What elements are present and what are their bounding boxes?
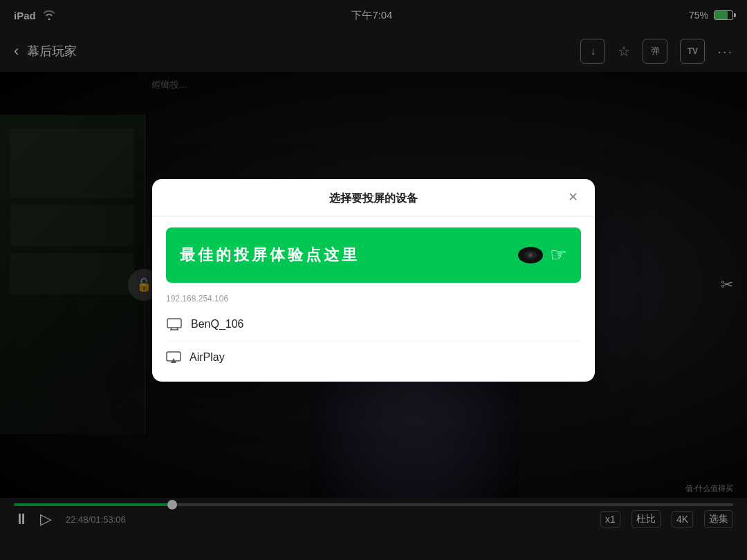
device-name-airplay: AirPlay: [190, 351, 225, 364]
modal-close-button[interactable]: ✕: [563, 187, 582, 207]
svg-rect-2: [167, 319, 181, 328]
modal-title: 选择要投屏的设备: [329, 192, 418, 206]
banner-cursor-icon: ☞: [550, 243, 567, 266]
modal-box: 选择要投屏的设备 ✕ 最佳的投屏体验点这里 ☞ 192.168.254.106: [152, 179, 595, 382]
monitor-icon: [166, 316, 183, 333]
device-ip-label: 192.168.254.106: [166, 294, 581, 304]
device-dot-icon: [524, 250, 537, 260]
device-item-benq[interactable]: BenQ_106: [166, 308, 581, 342]
banner-icons: ☞: [518, 243, 567, 266]
banner-device-icon: [518, 247, 543, 263]
modal-overlay[interactable]: 选择要投屏的设备 ✕ 最佳的投屏体验点这里 ☞ 192.168.254.106: [0, 0, 747, 560]
banner-text: 最佳的投屏体验点这里: [180, 245, 360, 265]
device-item-airplay[interactable]: AirPlay: [166, 342, 581, 376]
modal-header: 选择要投屏的设备 ✕: [152, 179, 595, 216]
device-section: 192.168.254.106 BenQ_106: [152, 291, 595, 382]
device-name-benq: BenQ_106: [191, 318, 244, 330]
svg-point-1: [528, 253, 533, 257]
airplay-icon: [166, 350, 181, 365]
banner-ad[interactable]: 最佳的投屏体验点这里 ☞: [166, 227, 581, 283]
